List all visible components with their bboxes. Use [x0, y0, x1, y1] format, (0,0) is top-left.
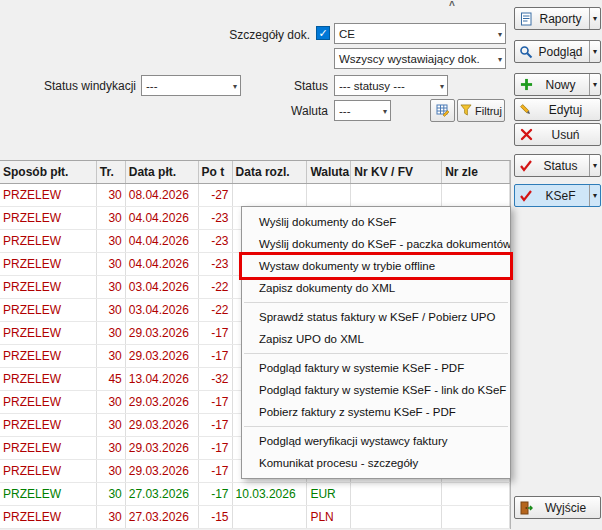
- edytuj-button[interactable]: Edytuj: [514, 98, 601, 121]
- waluta-value: ---: [339, 105, 351, 117]
- chevron-up-icon: ^: [449, 0, 455, 11]
- nowy-label: Nowy: [534, 78, 587, 92]
- podglad-button[interactable]: Podgląd ▾: [514, 40, 601, 63]
- menu-separator: [244, 426, 508, 427]
- table-row[interactable]: PRZELEW3027.03.2026-1710.03.2026EUR: [0, 483, 510, 506]
- menu-item[interactable]: Podgląd faktury w systemie KSeF - PDF: [242, 357, 510, 379]
- status-button[interactable]: Status ▾: [514, 154, 601, 177]
- cell-tr: 30: [97, 414, 126, 436]
- cell-nr_kv: [351, 506, 442, 528]
- cell-data_plt: 29.03.2026: [126, 414, 199, 436]
- wyjscie-button[interactable]: Wyjście: [514, 496, 601, 519]
- cell-data_plt: 29.03.2026: [126, 437, 199, 459]
- cell-platnosc: PRZELEW: [0, 345, 97, 367]
- menu-item[interactable]: Zapisz dokumenty do XML: [242, 277, 510, 299]
- cell-nr_kv: [351, 184, 442, 206]
- cell-nr_zle: [442, 184, 510, 206]
- wystawiajacy-select[interactable]: Wszyscy wystawiający dok. ▾: [334, 48, 506, 69]
- cell-po_terminie: -23: [199, 230, 233, 252]
- usun-button[interactable]: Usuń: [514, 123, 601, 146]
- cell-nr_kv: [351, 483, 442, 505]
- szczegoly-dok-checkbox[interactable]: ✓: [316, 26, 330, 40]
- column-header-po-terminie[interactable]: Po t: [199, 161, 233, 183]
- chevron-down-icon: ▾: [383, 106, 387, 115]
- szczegoly-dok-label: Szczegóły dok.: [150, 28, 310, 42]
- ksef-button[interactable]: KSeF ▾: [514, 184, 601, 207]
- column-setup-button[interactable]: [430, 99, 455, 122]
- menu-item[interactable]: Zapisz UPO do XML: [242, 328, 510, 350]
- menu-separator: [244, 302, 508, 303]
- cell-waluta: PLN: [307, 506, 351, 528]
- cell-nr_zle: [442, 506, 510, 528]
- usun-label: Usuń: [534, 128, 597, 142]
- cell-tr: 30: [97, 253, 126, 275]
- cell-data_plt: 04.04.2026: [126, 230, 199, 252]
- menu-item[interactable]: Komunikat procesu - szczegóły: [242, 452, 510, 474]
- plus-icon: [518, 78, 534, 91]
- chevron-down-icon: ▾: [498, 29, 502, 38]
- cell-data_plt: 03.04.2026: [126, 299, 199, 321]
- menu-item[interactable]: Podgląd faktury w systemie KSeF - link d…: [242, 379, 510, 401]
- cell-platnosc: PRZELEW: [0, 460, 97, 482]
- szczegoly-dok-select[interactable]: CE ▾: [334, 23, 506, 44]
- cell-platnosc: PRZELEW: [0, 184, 97, 206]
- collapse-panel-button[interactable]: ^: [441, 0, 463, 13]
- cell-data_plt: 27.03.2026: [126, 506, 199, 528]
- grid-pencil-icon: [436, 103, 450, 119]
- chevron-down-icon: ▾: [440, 81, 444, 90]
- check-icon: [518, 159, 534, 172]
- column-header-tr[interactable]: Tr.: [97, 161, 126, 183]
- column-header-data-plt[interactable]: Data płt.: [126, 161, 199, 183]
- status-windykacji-select[interactable]: --- ▾: [141, 75, 241, 96]
- column-header-sposob-plt[interactable]: Sposób płt.: [0, 161, 97, 183]
- column-header-nr-kv-fv[interactable]: Nr KV / FV: [351, 161, 442, 183]
- cell-po_terminie: -17: [199, 391, 233, 413]
- filtruj-button[interactable]: Filtruj: [457, 99, 505, 122]
- cell-po_terminie: -17: [199, 460, 233, 482]
- magnifier-icon: [518, 45, 534, 59]
- menu-item-highlighted[interactable]: Wystaw dokumenty w trybie offline: [242, 255, 510, 277]
- cell-po_terminie: -23: [199, 207, 233, 229]
- chevron-down-icon: ▾: [233, 81, 237, 90]
- wyjscie-label: Wyjście: [534, 501, 597, 515]
- status-select[interactable]: --- statusy --- ▾: [334, 75, 448, 96]
- waluta-select[interactable]: --- ▾: [334, 100, 391, 121]
- cell-platnosc: PRZELEW: [0, 230, 97, 252]
- cell-data_plt: 04.04.2026: [126, 207, 199, 229]
- cell-po_terminie: -17: [199, 414, 233, 436]
- raporty-button[interactable]: Raporty ▾: [514, 7, 601, 30]
- chevron-down-icon: ▾: [589, 41, 597, 62]
- menu-item[interactable]: Podgląd weryfikacji wystawcy faktury: [242, 430, 510, 452]
- column-header-waluta[interactable]: Waluta: [307, 161, 351, 183]
- cell-po_terminie: -15: [199, 506, 233, 528]
- cell-waluta: [307, 184, 351, 206]
- menu-item[interactable]: Pobierz faktury z systemu KSeF - PDF: [242, 401, 510, 423]
- chevron-down-icon: ▾: [589, 185, 597, 206]
- ksef-menu: Wyślij dokumenty do KSeFWyślij dokumenty…: [241, 206, 511, 479]
- cell-data_plt: 03.04.2026: [126, 276, 199, 298]
- table-row[interactable]: PRZELEW3027.03.2026-15PLN: [0, 506, 510, 529]
- delete-x-icon: [518, 128, 534, 141]
- column-header-nr-zle[interactable]: Nr zle: [442, 161, 510, 183]
- cell-platnosc: PRZELEW: [0, 483, 97, 505]
- check-icon: [518, 189, 534, 202]
- ksef-label: KSeF: [534, 189, 587, 203]
- menu-separator: [244, 353, 508, 354]
- menu-item[interactable]: Wyślij dokumenty do KSeF: [242, 211, 510, 233]
- cell-data_plt: 04.04.2026: [126, 253, 199, 275]
- cell-platnosc: PRZELEW: [0, 368, 97, 390]
- cell-platnosc: PRZELEW: [0, 391, 97, 413]
- nowy-button[interactable]: Nowy ▾: [514, 73, 601, 96]
- cell-po_terminie: -17: [199, 345, 233, 367]
- pencil-icon: [518, 103, 534, 117]
- cell-platnosc: PRZELEW: [0, 437, 97, 459]
- table-row[interactable]: PRZELEW3008.04.2026-27: [0, 184, 510, 207]
- podglad-label: Podgląd: [534, 45, 587, 59]
- column-header-data-rozl[interactable]: Data rozl.: [233, 161, 308, 183]
- menu-item[interactable]: Sprawdź status faktury w KSeF / Pobierz …: [242, 306, 510, 328]
- cell-data_plt: 29.03.2026: [126, 322, 199, 344]
- menu-item[interactable]: Wyślij dokumenty do KSeF - paczka dokume…: [242, 233, 510, 255]
- cell-po_terminie: -22: [199, 276, 233, 298]
- status-label: Status: [534, 159, 587, 173]
- chevron-down-icon: ▾: [589, 155, 597, 176]
